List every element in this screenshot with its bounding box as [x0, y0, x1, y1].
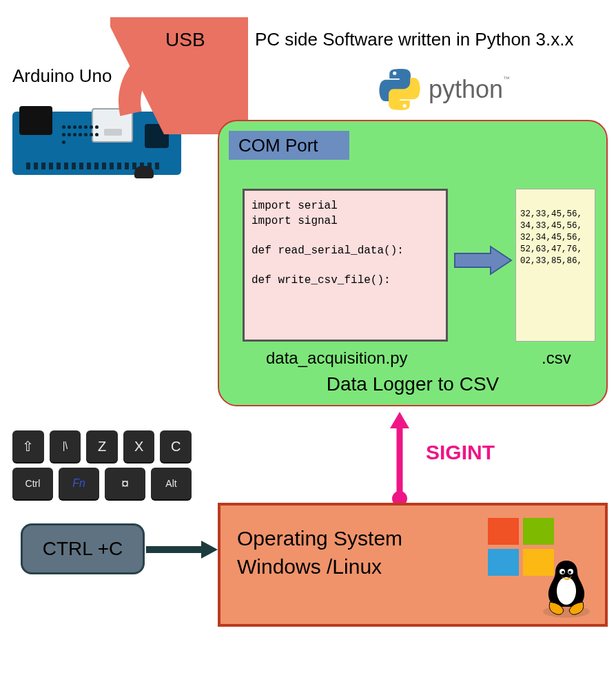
python-logo-block: python™: [379, 65, 579, 114]
ctrlc-to-os-arrow-icon: [146, 539, 220, 560]
python-code-box: import serial import signal def read_ser…: [243, 189, 448, 342]
key-currency: ¤: [105, 468, 145, 499]
keyboard-keys: ⇧ |\ Z X C Ctrl Fn ¤ Alt: [12, 430, 192, 505]
com-port-label: COM Port: [229, 131, 349, 160]
data-logger-box: COM Port import serial import signal def…: [218, 120, 608, 406]
code-filename: data_acquisition.py: [266, 348, 407, 368]
key-fn: Fn: [59, 468, 99, 499]
key-ctrl: Ctrl: [12, 468, 53, 499]
operating-system-box: Operating System Windows /Linux: [218, 503, 608, 627]
key-alt: Alt: [151, 468, 192, 499]
csv-extension-label: .csv: [542, 348, 571, 368]
ctrl-c-badge: CTRL +C: [21, 523, 145, 574]
sigint-arrow-icon: [386, 410, 413, 503]
svg-point-4: [392, 491, 407, 503]
sigint-label: SIGINT: [426, 441, 495, 464]
key-x: X: [123, 430, 155, 462]
trademark-symbol: ™: [503, 75, 510, 83]
board-chip-icon: [19, 106, 52, 135]
board-pin-grid-icon: [62, 125, 100, 146]
key-shift: ⇧: [12, 430, 44, 462]
svg-point-10: [568, 571, 571, 574]
linux-tux-icon: [540, 556, 593, 626]
svg-point-1: [403, 104, 407, 107]
board-headphone-icon: [134, 166, 154, 178]
csv-output-box: 32,33,45,56, 34,33,45,56, 32,34,45,56, 5…: [515, 189, 595, 342]
svg-point-6: [557, 577, 576, 605]
svg-point-0: [393, 72, 396, 75]
code-to-csv-arrow-icon: [453, 245, 513, 275]
key-c: C: [160, 430, 192, 462]
python-logo-icon: [379, 69, 420, 110]
arduino-label: Arduino Uno: [12, 65, 112, 87]
python-wordmark: python™: [429, 75, 510, 104]
pc-side-headline: PC side Software written in Python 3.x.x: [255, 29, 573, 50]
usb-label: USB: [165, 29, 205, 51]
key-backslash: |\: [50, 430, 81, 462]
data-logger-title: Data Logger to CSV: [219, 373, 606, 395]
svg-point-9: [562, 571, 564, 574]
key-z: Z: [86, 430, 118, 462]
